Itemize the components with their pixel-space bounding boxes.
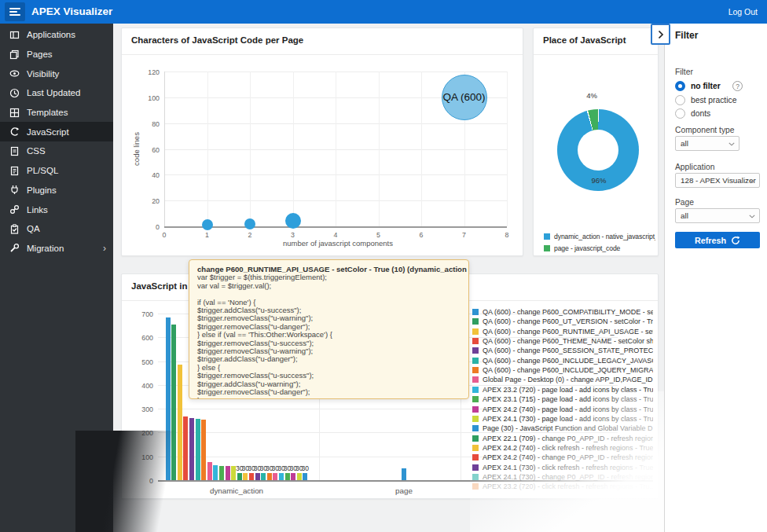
bar[interactable] — [297, 473, 302, 480]
sidebar-item-migration[interactable]: Migration› — [0, 239, 113, 259]
legend-label: APEX 24.1 (730) - click refresh - refres… — [483, 464, 653, 471]
legend-item[interactable]: Global Page - Desktop (0) - change APP_I… — [472, 375, 653, 384]
legend-swatch — [472, 387, 479, 393]
bar[interactable] — [285, 473, 290, 480]
legend-item[interactable]: QA (600) - change P600_COMPATIBILITY_MOD… — [472, 307, 653, 317]
bubble-point[interactable] — [202, 219, 213, 230]
bar[interactable] — [273, 473, 277, 480]
sidebar-item-last-updated[interactable]: Last Updated — [0, 83, 113, 103]
bar[interactable] — [196, 419, 200, 480]
page-value: all — [681, 211, 688, 220]
sidebar-item-qa[interactable]: QA — [0, 219, 113, 239]
legend-swatch — [472, 376, 479, 383]
bar[interactable] — [171, 325, 176, 480]
x-axis-line — [164, 226, 507, 228]
sidebar-nav: ApplicationsPagesVisibilityLast UpdatedT… — [0, 24, 113, 532]
bar[interactable] — [243, 473, 248, 480]
x-tick-label: 4 — [328, 231, 343, 239]
legend-label: Global Page - Desktop (0) - change APP_I… — [483, 376, 653, 383]
legend-item[interactable]: APEX 22.1 (709) - change P0_APP_ID - ref… — [472, 434, 653, 443]
legend-item[interactable]: QA (600) - change P600_RUNTIME_API_USAGE… — [472, 327, 653, 336]
link-icon — [9, 204, 20, 215]
bar-value-label: 30 — [300, 464, 310, 472]
radio-button[interactable] — [675, 108, 685, 119]
help-icon[interactable]: ? — [732, 81, 743, 91]
legend-item[interactable]: APEX 24.2 (740) - change P0_APP_ID - ref… — [472, 453, 653, 462]
legend-item[interactable]: APEX 23.1 (715) - page load - add icons … — [472, 394, 653, 404]
bar[interactable] — [255, 473, 260, 480]
radio-button[interactable] — [675, 81, 685, 91]
bar[interactable] — [402, 468, 406, 480]
sidebar-item-plugins[interactable]: Plugins — [0, 181, 113, 200]
bar[interactable] — [219, 466, 224, 480]
sidebar-item-javascript[interactable]: JavaScript — [0, 122, 113, 141]
legend-item[interactable]: QA (600) - change P600_THEME_NAME - setC… — [472, 336, 653, 346]
bar[interactable] — [279, 473, 284, 480]
legend-label: APEX 24.2 (740) - page load - add icons … — [483, 405, 653, 413]
legend-item[interactable]: page - javascript_code — [544, 243, 655, 253]
bar[interactable] — [291, 473, 295, 480]
x-tick-label: 3 — [285, 231, 301, 239]
sql-file-icon — [9, 166, 20, 176]
bar[interactable] — [189, 418, 194, 480]
legend-item[interactable]: APEX 24.1 (730) - click refresh - refres… — [472, 463, 653, 472]
gridline — [207, 72, 208, 226]
sidebar-item-visibility[interactable]: Visibility — [0, 64, 113, 83]
slice-pct-label: 96% — [585, 176, 613, 185]
legend-item[interactable]: QA (600) - change P600_INCLUDE_JQUERY_MI… — [472, 365, 653, 375]
legend-item[interactable]: APEX 24.1 (730) - page load - add icons … — [472, 414, 653, 424]
bar[interactable] — [178, 365, 182, 480]
y-tick-label: 80 — [144, 120, 160, 128]
sidebar-item-css[interactable]: CSS — [0, 141, 113, 161]
legend-label: APEX 24.2 (740) - change P0_APP_ID - ref… — [483, 453, 653, 461]
sidebar-item-pl-sql[interactable]: PL/SQL — [0, 161, 113, 181]
application-select[interactable]: 128 - APEX Visualizer — [675, 173, 760, 188]
chevron-down-icon — [749, 215, 755, 218]
bar[interactable] — [166, 317, 171, 480]
legend-item[interactable]: APEX 24.1 (730) - change P0_APP_ID - ref… — [472, 472, 653, 482]
sidebar-item-label: Templates — [27, 108, 68, 117]
bar[interactable] — [303, 473, 307, 480]
hamburger-menu-button[interactable] — [5, 2, 25, 21]
radio-label: donts — [691, 109, 710, 118]
component-type-select[interactable]: all — [675, 136, 739, 151]
refresh-button[interactable]: Refresh — [675, 232, 760, 248]
legend-item[interactable]: APEX 23.2 (720) - click refresh - refres… — [472, 482, 653, 491]
sidebar-item-pages[interactable]: Pages — [0, 45, 113, 64]
bar[interactable] — [261, 473, 266, 480]
bar[interactable] — [226, 466, 230, 480]
bubble-point[interactable] — [285, 213, 301, 229]
bar[interactable] — [201, 420, 206, 480]
css-file-icon — [9, 146, 20, 156]
radio-best-practice[interactable]: best practice — [675, 94, 736, 106]
x-tick-label: 1 — [200, 231, 215, 239]
logout-link[interactable]: Log Out — [728, 0, 758, 24]
panel-collapse-button[interactable] — [651, 24, 670, 45]
radio-no-filter[interactable]: no filter — [675, 80, 721, 92]
sidebar-item-applications[interactable]: Applications — [0, 25, 113, 45]
legend-item[interactable]: APEX 24.2 (740) - page load - add icons … — [472, 405, 653, 414]
bubble-point[interactable] — [244, 218, 255, 229]
legend-item[interactable]: Page (30) - JavaScript Function and Glob… — [472, 424, 653, 433]
legend-item[interactable]: QA (600) - change P600_UT_VERSION - setC… — [472, 317, 653, 326]
page-select[interactable]: all — [675, 208, 760, 223]
legend-item[interactable]: QA (600) - change P600_INCLUDE_LEGACY_JA… — [472, 356, 653, 365]
bar[interactable] — [207, 462, 212, 480]
legend-item[interactable]: APEX 23.2 (720) - page load - add icons … — [472, 385, 653, 394]
legend-item[interactable]: APEX 24.2 (740) - click refresh - refres… — [472, 443, 653, 453]
application-value: 128 - APEX Visualizer — [681, 176, 756, 185]
y-tick-label: 40 — [144, 171, 160, 179]
legend-item[interactable]: QA (600) - change P600_SESSION_STATE_PRO… — [472, 346, 653, 355]
bar[interactable] — [213, 465, 218, 480]
sidebar-item-templates[interactable]: Templates — [0, 103, 113, 123]
legend-item[interactable]: dynamic_action - native_javascript_c... — [544, 231, 655, 241]
bar[interactable] — [237, 473, 242, 480]
bar[interactable] — [249, 473, 254, 480]
bar[interactable] — [267, 473, 272, 480]
legend-label: QA (600) - change P600_UT_VERSION - setC… — [483, 317, 653, 325]
bar[interactable] — [183, 416, 188, 480]
legend-swatch — [472, 367, 479, 373]
sidebar-item-links[interactable]: Links — [0, 200, 113, 219]
radio-button[interactable] — [675, 95, 685, 105]
radio-donts[interactable]: donts — [675, 108, 710, 119]
